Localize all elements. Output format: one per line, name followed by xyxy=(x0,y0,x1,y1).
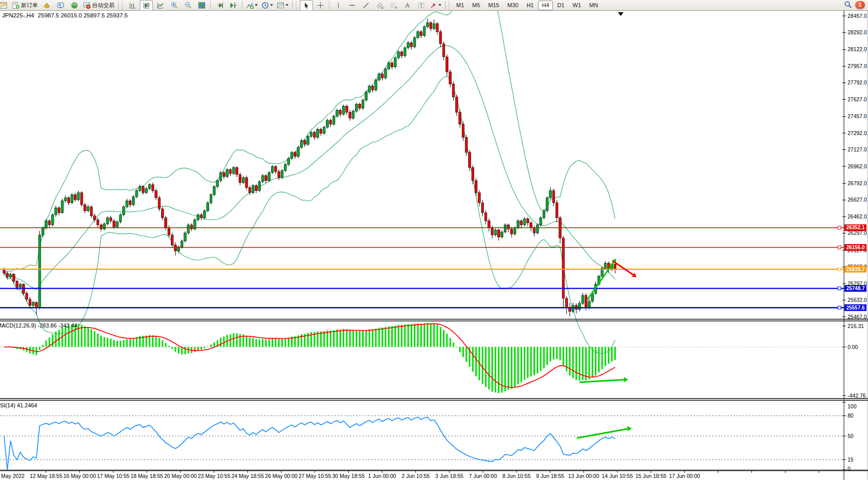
candle-body-up xyxy=(572,306,574,312)
candlestick-chart-button[interactable] xyxy=(140,0,153,11)
pane-separator[interactable] xyxy=(0,321,868,321)
price-line-handle[interactable] xyxy=(838,226,841,229)
zoom-in-button[interactable] xyxy=(167,0,181,11)
notification-badge[interactable]: 1 xyxy=(855,1,865,9)
periods-button[interactable] xyxy=(260,0,275,11)
cursor-tool-button[interactable] xyxy=(300,0,313,11)
candle-body-up xyxy=(52,215,54,225)
candle-body-up xyxy=(323,127,325,134)
candle-body-down xyxy=(430,23,432,29)
horizontal-line-objects[interactable] xyxy=(0,226,844,309)
price-line-handle[interactable] xyxy=(838,306,841,309)
auto-scroll-button[interactable] xyxy=(213,0,226,11)
timeframe-h4[interactable]: H4 xyxy=(538,1,552,10)
new-order-button[interactable]: 新订单 xyxy=(10,0,39,11)
time-tick-label: 24 May 18:55 xyxy=(231,473,264,479)
trend-arrow-line[interactable] xyxy=(577,429,628,438)
timeframe-m1[interactable]: M1 xyxy=(453,1,468,10)
indicators-button[interactable] xyxy=(244,0,259,11)
time-tick-label: 20 May 00:00 xyxy=(164,473,197,479)
pane-separator[interactable] xyxy=(0,400,868,401)
timeframe-m5[interactable]: M5 xyxy=(469,1,483,10)
signals-button[interactable] xyxy=(68,0,81,11)
horizontal-line-tool-button[interactable] xyxy=(345,0,359,11)
candlestick-chart-icon xyxy=(143,2,150,9)
trendline-tool-button[interactable] xyxy=(359,0,372,11)
candle-body-up xyxy=(271,166,274,172)
autotrading-label: 自动交易 xyxy=(92,2,115,9)
trend-arrow-object[interactable] xyxy=(587,259,616,300)
candle-body-down xyxy=(171,235,173,245)
price-line-25939.7[interactable] xyxy=(0,268,844,271)
chart-shift-button[interactable] xyxy=(227,0,240,11)
price-line-25557.6[interactable] xyxy=(0,306,844,309)
candle-body-up xyxy=(397,52,400,58)
templates-button[interactable] xyxy=(275,0,290,11)
price-line-25748.7[interactable] xyxy=(0,287,844,290)
price-line-handle[interactable] xyxy=(838,246,841,249)
timeframe-d1[interactable]: D1 xyxy=(554,1,568,10)
line-chart-button[interactable] xyxy=(153,0,167,11)
search-icon[interactable] xyxy=(844,1,852,9)
metaeditor-button[interactable] xyxy=(40,0,53,11)
pane-separator[interactable] xyxy=(0,398,868,399)
arrows-tool-button[interactable] xyxy=(428,0,443,11)
bollinger-middle-band xyxy=(4,46,615,290)
timeframe-w1[interactable]: W1 xyxy=(569,1,585,10)
candle-body-down xyxy=(391,63,393,67)
profile-icon[interactable] xyxy=(0,0,10,11)
pane-separator[interactable] xyxy=(0,319,868,319)
price-line-tag-label: 25557.6 xyxy=(846,305,865,311)
terminal-button[interactable] xyxy=(54,0,67,11)
time-tick-label: 12 May 18:55 xyxy=(30,473,62,479)
zoom-out-button[interactable] xyxy=(181,0,194,11)
toolbar-grip xyxy=(122,2,124,9)
rsi-scale-label: 15 xyxy=(848,456,854,463)
candle-body-down xyxy=(507,225,510,229)
candle-body-down xyxy=(475,181,477,193)
trend-arrow-object[interactable] xyxy=(580,377,628,382)
toolbar-separator xyxy=(445,1,446,9)
chart-canvas[interactable]: 28457.028292.028122.027957.027792.027627… xyxy=(0,11,868,480)
trend-arrow-head xyxy=(624,377,628,382)
candle-body-up xyxy=(423,27,426,36)
trend-arrow-object[interactable] xyxy=(577,426,632,438)
price-line-handle[interactable] xyxy=(838,287,841,290)
timeframe-toolbar: M1M5M15M30H1H4D1W1MN xyxy=(453,1,602,10)
price-tick-label: 28457.0 xyxy=(848,13,867,19)
trend-arrow-line[interactable] xyxy=(587,262,614,300)
price-line-26352.1[interactable] xyxy=(0,226,844,229)
candle-body-up xyxy=(71,194,73,203)
timeframe-h1[interactable]: H1 xyxy=(523,1,537,10)
price-line-26156.0[interactable] xyxy=(0,246,844,249)
time-tick-label: 26 May 00:00 xyxy=(265,473,298,479)
bar-chart-button[interactable] xyxy=(126,0,139,11)
candle-body-up xyxy=(136,191,138,197)
candle-body-up xyxy=(297,147,300,157)
candle-body-up xyxy=(226,169,229,177)
timeframe-mn[interactable]: MN xyxy=(586,1,602,10)
candle-body-down xyxy=(129,201,131,205)
crosshair-tool-button[interactable] xyxy=(314,0,327,11)
tile-windows-button[interactable] xyxy=(195,0,208,11)
time-tick-label: 30 May 18:55 xyxy=(332,473,365,479)
toolbar: 新订单 自动交易 xyxy=(0,0,868,11)
autotrading-button[interactable]: 自动交易 xyxy=(81,0,116,11)
price-line-handle[interactable] xyxy=(838,268,841,271)
equidistant-channel-tool-button[interactable]: E xyxy=(373,0,386,11)
candle-body-down xyxy=(3,270,6,273)
fibonacci-icon: F xyxy=(390,2,397,9)
mt4-window: 新订单 自动交易 xyxy=(0,0,868,480)
vertical-line-tool-button[interactable] xyxy=(331,0,345,11)
terminal-icon xyxy=(57,2,64,9)
macd-name: MACD(12,26,9) xyxy=(0,322,36,329)
chart-shift-marker[interactable] xyxy=(618,12,624,16)
text-tool-button[interactable]: A xyxy=(400,0,414,11)
text-label-tool-button[interactable]: T xyxy=(414,0,428,11)
candle-body-down xyxy=(6,273,9,277)
candle-body-down xyxy=(359,104,361,108)
timeframe-m30[interactable]: M30 xyxy=(504,1,522,10)
timeframe-m15[interactable]: M15 xyxy=(485,1,503,10)
new-order-icon xyxy=(12,2,19,9)
fibonacci-tool-button[interactable]: F xyxy=(387,0,400,11)
